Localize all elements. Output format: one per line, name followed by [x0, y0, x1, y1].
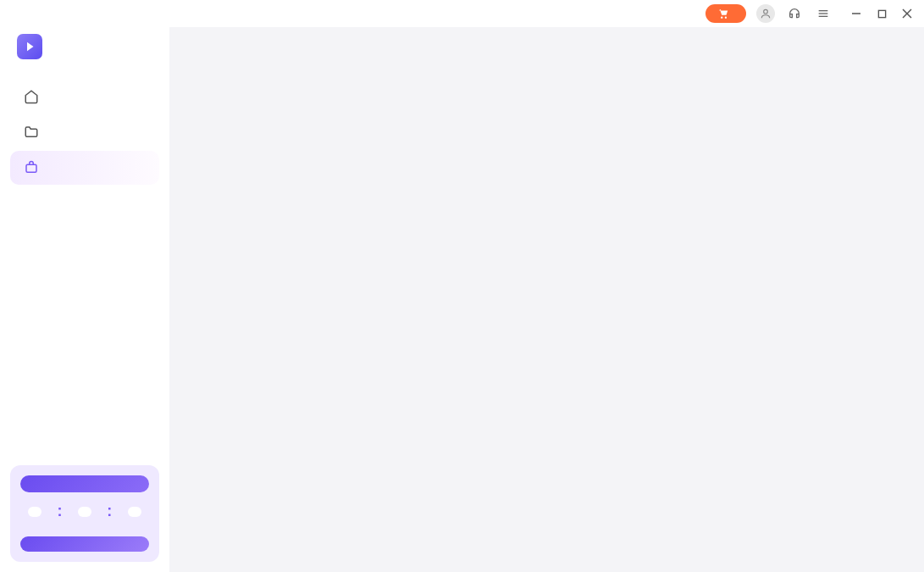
svg-rect-5 — [878, 10, 885, 17]
trial-banner — [20, 475, 149, 492]
see-pricing-button[interactable] — [705, 4, 746, 23]
user-icon[interactable] — [756, 4, 775, 23]
menu-icon[interactable] — [814, 4, 833, 23]
logo-mark-icon — [17, 34, 42, 59]
nav-myfiles[interactable] — [10, 115, 159, 149]
countdown-hours — [28, 507, 41, 517]
svg-point-0 — [764, 9, 768, 14]
trial-countdown: : : — [20, 503, 149, 520]
logo — [10, 31, 159, 71]
sidebar: : : — [0, 27, 169, 572]
home-icon — [24, 89, 39, 104]
close-button[interactable] — [900, 7, 914, 20]
nav-tools[interactable] — [10, 151, 159, 185]
trial-card: : : — [10, 465, 159, 562]
svg-rect-8 — [26, 164, 36, 172]
countdown-minutes — [78, 507, 91, 517]
login-button[interactable] — [20, 536, 149, 552]
window-controls — [849, 7, 914, 20]
support-icon[interactable] — [785, 4, 804, 23]
nav — [10, 80, 159, 185]
titlebar — [0, 0, 924, 27]
minimize-button[interactable] — [849, 7, 863, 20]
maximize-button[interactable] — [875, 7, 888, 20]
nav-home[interactable] — [10, 80, 159, 114]
cart-icon — [717, 8, 729, 19]
folder-icon — [24, 125, 39, 140]
tools-icon — [24, 160, 39, 175]
content-area — [169, 27, 924, 572]
countdown-seconds — [128, 507, 141, 517]
